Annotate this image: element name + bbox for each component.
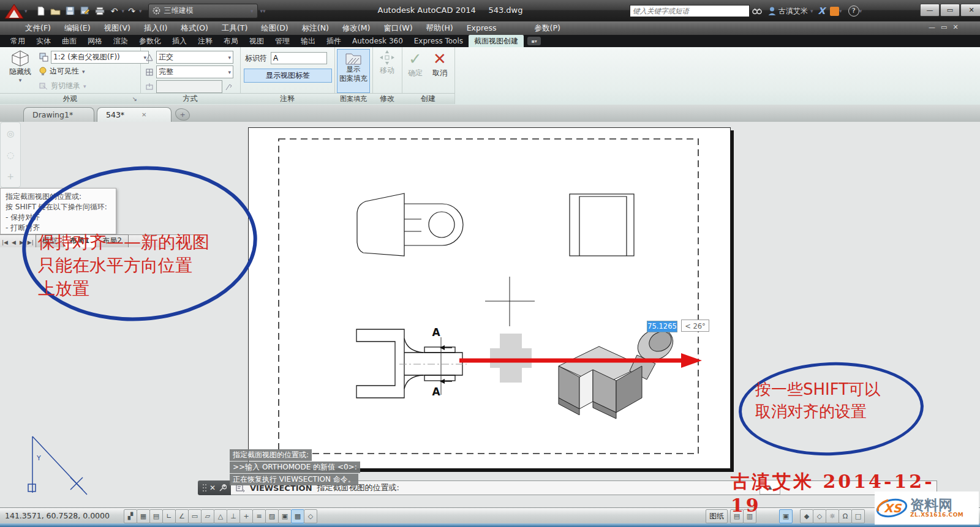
show-lineweight-toggle[interactable]: ≡ (252, 509, 266, 523)
ribbon-tab-plugins[interactable]: 插件 (321, 35, 347, 47)
ribbon-tab-autodesk360[interactable]: Autodesk 360 (347, 35, 409, 47)
panel-hatch-label[interactable]: 图案填充 (334, 93, 372, 104)
file-tab-drawing1[interactable]: Drawing1* (23, 107, 94, 122)
panel-method-label[interactable]: 方式 (140, 93, 240, 104)
ortho-mode-toggle[interactable]: ∟ (162, 509, 176, 523)
layout-nav-prev[interactable]: ◀ (10, 239, 18, 247)
save-button[interactable] (64, 4, 77, 18)
menu-dimension[interactable]: 标注(N) (295, 21, 336, 35)
new-file-button[interactable] (34, 4, 48, 18)
annotation-monitor-toggle[interactable]: ◇ (304, 509, 317, 523)
show-hatch-button[interactable]: 显示 图案填充 (337, 49, 370, 93)
menu-window[interactable]: 窗口(W) (377, 21, 419, 35)
ribbon-tab-annotate[interactable]: 注释 (192, 35, 218, 47)
ribbon-tab-view[interactable]: 视图 (244, 35, 270, 47)
exchange-apps-icon[interactable]: X (818, 6, 826, 17)
redo-button[interactable]: ↷ (125, 4, 138, 18)
ribbon-tab-render[interactable]: 渲染 (108, 35, 134, 47)
ribbon-tab-manage[interactable]: 管理 (270, 35, 295, 47)
projection-select[interactable]: 正交▾ (156, 51, 233, 64)
ribbon-tab-mesh[interactable]: 网格 (82, 35, 108, 47)
undo-button[interactable]: ↶ (108, 4, 121, 18)
panel-modify-label[interactable]: 修改 (372, 93, 402, 104)
depth-value-input[interactable] (156, 80, 222, 93)
ribbon-tab-surface[interactable]: 曲面 (56, 35, 82, 47)
open-file-button[interactable] (49, 4, 62, 18)
hidden-lines-button[interactable]: 隐藏线 ▾ (4, 50, 37, 92)
menu-format[interactable]: 格式(O) (174, 21, 215, 35)
object-snap-3d-toggle[interactable]: ▱ (201, 509, 214, 523)
show-transparency-toggle[interactable]: ▨ (265, 509, 279, 523)
drawing-canvas[interactable]: ◎ ◌ + 指定截面视图的位置或: 按 SHIFT 键在以下操作间循环: - 保… (0, 122, 980, 507)
search-binoculars-icon[interactable] (750, 4, 764, 18)
menu-help[interactable]: 帮助(H) (420, 21, 460, 35)
ribbon-tab-section-view-creation[interactable]: 截面视图创建 (469, 35, 524, 47)
menu-draw[interactable]: 绘图(D) (254, 21, 295, 35)
doc-restore-button[interactable]: ▭ (941, 23, 947, 31)
new-tab-button[interactable]: + (175, 108, 190, 121)
menu-insert[interactable]: 插入(I) (137, 21, 174, 35)
dynamic-input-toggle[interactable]: + (239, 509, 253, 523)
doc-close-button[interactable]: ✕ (952, 23, 958, 31)
object-snap-toggle[interactable]: ▭ (188, 509, 202, 523)
dynamic-input-angle[interactable]: < 26° (681, 320, 709, 332)
menu-view[interactable]: 视图(V) (97, 21, 137, 35)
help-icon[interactable]: ? (848, 6, 859, 17)
dynamic-ucs-toggle[interactable]: ⊥ (227, 509, 240, 523)
navigation-bar[interactable]: ◎ ◌ + (0, 122, 21, 188)
a360-icon[interactable] (830, 7, 839, 16)
view-scale-select[interactable]: 1:2 (来自父视图(F))▾ (51, 51, 149, 64)
layout-nav-first[interactable]: |◀ (0, 239, 10, 247)
object-snap-tracking-toggle[interactable]: △ (214, 509, 227, 523)
undo-caret-icon[interactable]: ▾ (122, 8, 125, 14)
app-menu-button[interactable]: ▾ (4, 2, 28, 20)
plot-button[interactable] (93, 4, 107, 18)
sign-in-button[interactable]: 古滇艾米 ▾ (768, 6, 813, 17)
grid-display-toggle[interactable]: ▤ (149, 509, 163, 523)
close-button[interactable]: ✕ (960, 4, 980, 17)
customize-wrench-icon[interactable] (219, 484, 227, 492)
selection-cycling-toggle[interactable]: ▩ (291, 509, 304, 523)
panel-annotation-label[interactable]: 注释 (240, 93, 334, 104)
depth-type-select[interactable]: 完整▾ (156, 65, 233, 78)
menu-parametric[interactable]: 参数(P) (528, 21, 567, 35)
command-line-grip[interactable]: ✕ (198, 480, 231, 495)
identifier-input[interactable] (271, 52, 327, 64)
redo-caret-icon[interactable]: ▾ (139, 8, 142, 14)
paper-model-button[interactable]: 图纸 (706, 509, 728, 523)
navwheel-icon[interactable]: ◎ (7, 129, 14, 138)
menu-file[interactable]: 文件(F) (18, 21, 58, 35)
workspace-selector[interactable]: 三维建模 ▾ (148, 4, 258, 18)
ribbon-minimize-button[interactable]: ▪▾ (527, 37, 541, 45)
file-tab-543[interactable]: 543* ✕ (97, 107, 172, 122)
edge-visibility-button[interactable]: 边可见性 ▾ (39, 66, 85, 77)
ribbon-tab-layout[interactable]: 布局 (218, 35, 244, 47)
file-tab-close-icon[interactable]: ✕ (141, 111, 146, 118)
show-view-label-button[interactable]: 显示视图标签 (244, 69, 332, 83)
ribbon-tab-home[interactable]: 常用 (5, 35, 31, 47)
menu-express[interactable]: Express (460, 21, 503, 35)
pick-depth-icon[interactable] (225, 83, 233, 91)
dynamic-input-distance[interactable]: 75.1265 (647, 321, 677, 332)
pan-icon[interactable]: ◌ (7, 150, 14, 160)
search-input[interactable] (630, 5, 750, 17)
minimize-button[interactable]: — (920, 4, 940, 17)
panel-create-label[interactable]: 创建 (402, 93, 454, 104)
quick-properties-toggle[interactable]: ▣ (278, 509, 292, 523)
qat-expand-icon[interactable]: ▾▾ (260, 8, 266, 14)
doc-minimize-button[interactable]: — (929, 23, 935, 31)
ribbon-tab-output[interactable]: 输出 (295, 35, 321, 47)
cancel-button[interactable]: ✕ 取消 (428, 50, 451, 91)
infer-constraints-toggle[interactable]: ▞ (124, 509, 137, 523)
panel-expander-icon[interactable]: ↘ (132, 94, 137, 104)
command-close-icon[interactable]: ✕ (209, 484, 216, 492)
restore-button[interactable]: ▭ (940, 4, 960, 17)
ribbon-tab-insert[interactable]: 插入 (167, 35, 192, 47)
save-as-button[interactable] (78, 4, 92, 18)
ribbon-tab-parametric[interactable]: 参数化 (134, 35, 167, 47)
zoom-icon[interactable]: + (7, 171, 14, 181)
menu-edit[interactable]: 编辑(E) (58, 21, 97, 35)
panel-appearance-label[interactable]: 外观 ↘ (0, 93, 140, 104)
menu-modify[interactable]: 修改(M) (336, 21, 377, 35)
menu-tools[interactable]: 工具(T) (215, 21, 254, 35)
